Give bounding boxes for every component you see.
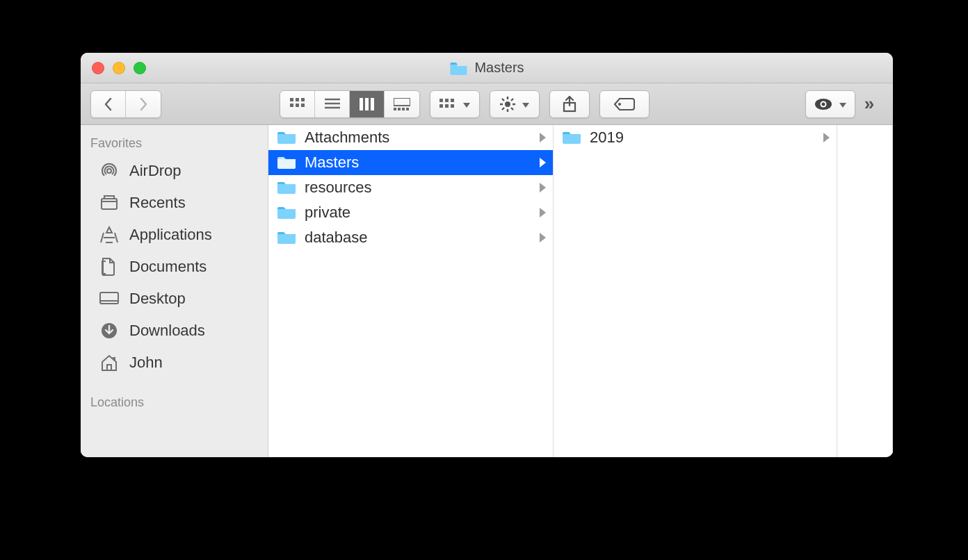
sidebar-item-documents[interactable]: Documents [81,251,268,283]
svg-rect-22 [451,104,454,108]
folder-label: Masters [305,154,359,172]
column-view-button[interactable] [350,91,385,117]
svg-rect-40 [100,293,118,304]
forward-button[interactable] [126,91,161,117]
view-mode-group [280,90,420,118]
window-title-text: Masters [474,60,524,76]
column-3[interactable] [837,125,893,457]
sidebar-item-applications[interactable]: Applications [81,219,268,251]
window-title: Masters [449,60,524,76]
list-view-button[interactable] [315,91,350,117]
folder-row[interactable]: Masters [268,150,553,175]
sidebar-item-label: Documents [129,258,207,276]
airdrop-icon [99,162,120,180]
svg-rect-13 [394,108,396,110]
nav-group [90,90,161,118]
arrange-group [430,90,480,118]
svg-rect-3 [290,104,293,107]
svg-rect-38 [102,199,117,209]
svg-point-36 [822,102,825,106]
folder-label: private [305,204,350,222]
tags-group [599,90,650,118]
sidebar-item-home[interactable]: John [81,347,268,379]
svg-rect-15 [402,108,405,110]
sidebar-item-label: Applications [129,226,212,244]
desktop-icon [99,290,120,308]
svg-rect-4 [296,104,299,107]
svg-rect-5 [301,104,305,107]
sidebar-item-label: Downloads [129,322,205,340]
column-browser: Attachments Masters resources private da… [268,125,893,457]
documents-icon [99,258,120,276]
svg-rect-43 [107,365,111,370]
sidebar-item-desktop[interactable]: Desktop [81,283,268,315]
window-body: Favorites AirDrop Recents Applications [81,125,893,457]
recents-icon [99,194,120,212]
close-window-button[interactable] [92,62,104,74]
back-button[interactable] [91,91,126,117]
svg-line-30 [502,108,504,110]
folder-label: resources [305,179,372,197]
svg-point-37 [107,169,111,173]
svg-rect-19 [451,99,454,102]
share-button[interactable] [550,91,589,117]
toolbar-overflow-button[interactable]: » [855,90,883,118]
share-group [549,90,590,118]
sidebar-item-airdrop[interactable]: AirDrop [81,155,268,187]
svg-line-29 [511,108,513,110]
window-controls [92,62,146,74]
zoom-window-button[interactable] [134,62,146,74]
svg-rect-2 [301,98,305,101]
applications-icon [99,226,120,244]
folder-icon [277,205,296,220]
svg-point-33 [618,103,621,106]
svg-rect-10 [365,98,369,110]
folder-icon [449,61,467,75]
finder-window: Masters [81,53,893,457]
folder-row[interactable]: private [268,200,553,225]
svg-line-31 [511,99,513,101]
downloads-icon [99,322,120,340]
folder-row[interactable]: resources [268,175,553,200]
svg-rect-0 [290,98,293,101]
svg-rect-21 [445,104,449,108]
action-button[interactable] [490,91,539,117]
svg-rect-11 [371,98,374,110]
tags-button[interactable] [600,91,649,117]
chevron-right-icon [540,158,546,167]
folder-row[interactable]: database [268,225,553,250]
sidebar-item-label: Recents [129,194,186,212]
svg-rect-18 [445,99,449,102]
chevron-down-icon [460,98,470,110]
sidebar-item-downloads[interactable]: Downloads [81,315,268,347]
sidebar-item-recents[interactable]: Recents [81,187,268,219]
svg-rect-9 [360,98,363,110]
folder-label: Attachments [305,129,389,147]
arrange-button[interactable] [430,91,479,117]
sidebar-header-favorites: Favorites [81,132,268,155]
home-icon [99,354,120,372]
svg-rect-17 [439,99,443,102]
sidebar-item-label: John [129,354,163,372]
folder-row[interactable]: Attachments [268,125,553,150]
svg-rect-16 [406,108,409,110]
toolbar: » [81,83,893,125]
folder-row[interactable]: 2019 [554,125,837,150]
chevron-right-icon [540,183,546,192]
svg-point-23 [505,101,510,107]
gallery-view-button[interactable] [385,91,419,117]
minimize-window-button[interactable] [113,62,125,74]
folder-icon [562,130,581,145]
sidebar-item-label: Desktop [129,290,186,308]
folder-icon [277,180,296,195]
svg-rect-12 [394,98,410,106]
icon-view-button[interactable] [280,91,315,117]
folder-label: 2019 [590,129,624,147]
titlebar: Masters [81,53,893,83]
column-1[interactable]: Attachments Masters resources private da… [268,125,554,457]
column-2[interactable]: 2019 [554,125,837,457]
quicklook-button[interactable] [806,91,855,117]
chevron-right-icon [540,233,546,242]
action-group [490,90,540,118]
sidebar-header-locations: Locations [81,391,268,414]
